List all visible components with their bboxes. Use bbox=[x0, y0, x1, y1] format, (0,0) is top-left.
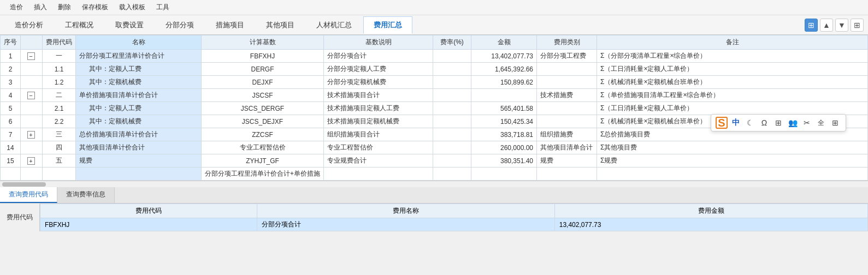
cell-level-code: 1.1 bbox=[43, 63, 76, 76]
cell-amount: 13,402,077.73 bbox=[471, 50, 537, 63]
zhong-icon[interactable]: 中 bbox=[730, 117, 742, 129]
cell-expand[interactable] bbox=[21, 76, 43, 89]
sub-table-row[interactable]: FBFXHJ分部分项合计13,402,077.73 bbox=[40, 218, 868, 231]
cell-amount bbox=[471, 89, 537, 102]
menu-zaojia[interactable]: 造价 bbox=[4, 1, 28, 14]
tab-renji-huizong[interactable]: 人材机汇总 bbox=[306, 16, 362, 33]
table-row[interactable]: 15+五规费ZYHJT_GF专业规费合计380,351.40规费Σ规费 bbox=[1, 154, 868, 168]
cell-desc: 分部分项定额机械费 bbox=[324, 76, 433, 89]
people-icon[interactable]: 👥 bbox=[787, 117, 799, 129]
menu-load-template[interactable]: 载入模板 bbox=[114, 1, 151, 14]
menu-bar: 造价 插入 删除 保存模板 载入模板 工具 bbox=[0, 0, 868, 15]
scrollbar-thumb[interactable] bbox=[2, 182, 46, 187]
table-row[interactable]: 21.1其中：定额人工费DERGF分部分项定额人工费1,645,392.66Σ（… bbox=[1, 63, 868, 76]
cell-type bbox=[537, 115, 597, 128]
down-icon[interactable]: ▼ bbox=[835, 19, 848, 32]
menu-shanchu[interactable]: 删除 bbox=[52, 1, 76, 14]
col-header-fycode: 费用代码 bbox=[43, 35, 76, 50]
sub-col-code: 费用代码 bbox=[40, 204, 257, 218]
table-row[interactable]: 4−二单价措施项目清单计价合计JSCSF技术措施项目合计技术措施费Σ（单价措施项… bbox=[1, 89, 868, 102]
cell-base: ZYHJT_GF bbox=[202, 154, 324, 168]
cell-expand[interactable] bbox=[21, 141, 43, 154]
cell-expand[interactable] bbox=[21, 102, 43, 115]
cell-expand[interactable]: + bbox=[21, 154, 43, 168]
cell-expand[interactable] bbox=[21, 115, 43, 128]
cell-expand[interactable]: − bbox=[21, 89, 43, 102]
tab-qita-xiangmu[interactable]: 其他项目 bbox=[256, 16, 305, 33]
cell-name[interactable]: 其中：定额机械费 bbox=[76, 76, 202, 89]
table-row[interactable]: 分部分项工程里清单计价合计+单价措施 bbox=[1, 168, 868, 181]
cell-name[interactable] bbox=[76, 168, 202, 181]
cell-amount: 383,718.81 bbox=[471, 128, 537, 141]
cell-expand[interactable]: − bbox=[21, 50, 43, 63]
cell-seq: 5 bbox=[1, 102, 21, 115]
cell-level-code: 五 bbox=[43, 154, 76, 168]
settings-icon[interactable]: ⊞ bbox=[851, 19, 864, 32]
cell-name[interactable]: 其中：定额人工费 bbox=[76, 63, 202, 76]
table-row[interactable]: 52.1其中：定额人工费JSCS_DERGF技术措施项目定额人工费565,401… bbox=[1, 102, 868, 115]
tab-zaojia-fenxi[interactable]: 造价分析 bbox=[4, 16, 54, 33]
cell-seq: 3 bbox=[1, 76, 21, 89]
table-row[interactable]: 1−一分部分项工程里清单计价合计FBFXHJ分部分项合计13,402,077.7… bbox=[1, 50, 868, 63]
cell-expand[interactable] bbox=[21, 63, 43, 76]
cell-type bbox=[537, 63, 597, 76]
menu-save-template[interactable]: 保存模板 bbox=[76, 1, 114, 14]
sub-col-name: 费用名称 bbox=[257, 204, 554, 218]
cell-rate bbox=[433, 63, 471, 76]
tab-qufei-shezhi[interactable]: 取费设置 bbox=[105, 16, 154, 33]
cell-rate bbox=[433, 141, 471, 154]
cell-base: DEJXF bbox=[202, 76, 324, 89]
cell-base: DERGF bbox=[202, 63, 324, 76]
bottom-tab-query-code[interactable]: 查询费用代码 bbox=[0, 187, 57, 203]
cell-base: 分部分项工程里清单计价合计+单价措施 bbox=[202, 168, 324, 181]
cell-seq: 2 bbox=[1, 63, 21, 76]
cell-seq: 15 bbox=[1, 154, 21, 168]
cell-level-code: 四 bbox=[43, 141, 76, 154]
up-icon[interactable]: ▲ bbox=[820, 19, 833, 32]
cell-type: 规费 bbox=[537, 154, 597, 168]
expand-button[interactable]: + bbox=[27, 131, 35, 139]
cell-remark: Σ其他项目费 bbox=[597, 141, 868, 154]
floating-toolbar: S 中 ☾ Ω ⊞ 👥 ✂ 全 ⊞ bbox=[711, 114, 846, 131]
cell-base: JSCS_DERGF bbox=[202, 102, 324, 115]
cell-name[interactable]: 其中：定额机械费 bbox=[76, 115, 202, 128]
cell-name[interactable]: 单价措施项目清单计价合计 bbox=[76, 89, 202, 102]
grid-icon[interactable]: ⊞ bbox=[772, 117, 784, 129]
tab-cuoshi-xiangmu[interactable]: 措施项目 bbox=[205, 16, 255, 33]
cell-name[interactable]: 其他项目清单计价合计 bbox=[76, 141, 202, 154]
tab-fenbufenxiang[interactable]: 分部分项 bbox=[155, 16, 204, 33]
expand-button[interactable]: − bbox=[27, 92, 35, 99]
cell-name[interactable]: 其中：定额人工费 bbox=[76, 102, 202, 115]
cell-type: 其他项目清单合计 bbox=[537, 141, 597, 154]
col-header-rate: 费率(%) bbox=[433, 35, 471, 50]
bottom-tab-query-rate[interactable]: 查询费率信息 bbox=[57, 187, 115, 203]
omega-icon[interactable]: Ω bbox=[758, 117, 770, 129]
quan-icon[interactable]: 全 bbox=[815, 117, 827, 129]
expand-button[interactable]: + bbox=[27, 157, 35, 165]
horizontal-scrollbar[interactable] bbox=[0, 181, 868, 187]
cell-rate bbox=[433, 154, 471, 168]
expand-button[interactable]: − bbox=[27, 52, 35, 60]
menu-tools[interactable]: 工具 bbox=[151, 1, 175, 14]
moon-icon[interactable]: ☾ bbox=[744, 117, 756, 129]
col-header-remark: 备注 bbox=[597, 35, 868, 50]
copy-icon[interactable]: ⊞ bbox=[805, 19, 818, 32]
cell-type: 组织措施费 bbox=[537, 128, 597, 141]
cell-name[interactable]: 规费 bbox=[76, 154, 202, 168]
cell-seq: 6 bbox=[1, 115, 21, 128]
tab-feiyong-huizong[interactable]: 费用汇总 bbox=[363, 16, 412, 34]
cell-expand[interactable]: + bbox=[21, 128, 43, 141]
tab-bar: 造价分析 工程概况 取费设置 分部分项 措施项目 其他项目 人材机汇总 费用汇总… bbox=[0, 15, 868, 35]
table-row[interactable]: 14四其他项目清单计价合计专业工程暂估价专业工程暂估价260,000.00其他项… bbox=[1, 141, 868, 154]
s-logo-icon[interactable]: S bbox=[716, 117, 728, 129]
cell-desc: 专业规费合计 bbox=[324, 154, 433, 168]
cell-expand[interactable] bbox=[21, 168, 43, 181]
scissors-icon[interactable]: ✂ bbox=[801, 117, 813, 129]
cell-level-code: 二 bbox=[43, 89, 76, 102]
cell-name[interactable]: 总价措施项目清单计价合计 bbox=[76, 128, 202, 141]
tab-gongcheng-gaikuang[interactable]: 工程概况 bbox=[55, 16, 104, 33]
menu-charu[interactable]: 插入 bbox=[28, 1, 52, 14]
table-row[interactable]: 31.2其中：定额机械费DEJXF分部分项定额机械费150,899.62Σ（机械… bbox=[1, 76, 868, 89]
cell-name[interactable]: 分部分项工程里清单计价合计 bbox=[76, 50, 202, 63]
apps-grid-icon[interactable]: ⊞ bbox=[829, 117, 841, 129]
